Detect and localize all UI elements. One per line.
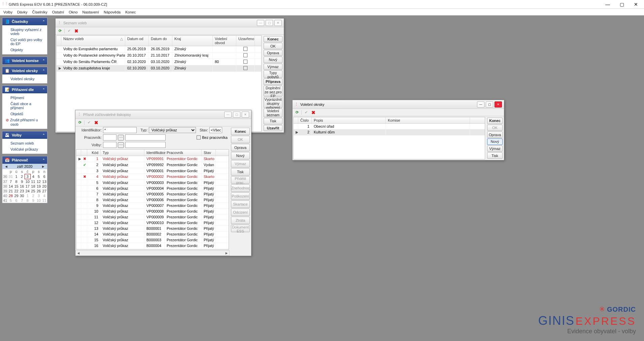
cal-day[interactable]: 23 [19,189,25,193]
button-typy-pobyt-[interactable]: Typy pobytů [264,70,282,78]
cal-day[interactable]: 27 [41,189,47,193]
table-row[interactable]: 11 Voličský průkaz VP000009 Prezentátor … [76,214,229,220]
cal-day[interactable]: 18 [30,184,36,189]
cal-day[interactable]: 9 [30,198,36,203]
button-znehodnoc-[interactable]: Znehodnoc. [231,184,250,192]
panel-header-prirazeni[interactable]: 📝 Přiřazení dle ⌃ [2,86,47,93]
button-konec[interactable]: Konec [264,36,282,42]
button-tisk[interactable]: Tisk [487,152,503,159]
link-seznam-voleb[interactable]: Seznam voleb [2,140,47,146]
menu-volby[interactable]: Volby [1,9,14,15]
toolbar-refresh-icon[interactable]: ⟳ [77,120,83,126]
button-ok[interactable]: OK [231,136,250,143]
cal-day[interactable]: 5 [8,198,14,203]
table-row[interactable]: 14 Voličský průkaz B000002 Prezentátor G… [76,231,229,237]
toolbar-delete-icon[interactable]: ✖ [93,120,99,126]
mdi-maximize[interactable]: ▢ [233,112,240,118]
button-skartace[interactable]: Skartace [231,200,250,208]
button-ok[interactable]: OK [264,43,282,49]
mdi-minimize[interactable]: — [257,20,264,26]
button-oprava[interactable]: Oprava [487,131,503,138]
cal-day[interactable]: 9 [19,179,25,184]
select-typ[interactable]: Voličský průkaz [149,127,196,133]
cal-day[interactable]: 29 [13,193,19,198]
link-cizi-volici[interactable]: Cizí voliči pro volby do EP [2,37,47,47]
button-po-kozen-[interactable]: Poškození [231,192,250,200]
mdi-close[interactable]: ✕ [242,112,249,118]
cal-day[interactable]: 7 [8,179,14,184]
button-p-prava[interactable]: Příprava [264,79,282,85]
menu-ciselniky[interactable]: Číselníky [30,9,49,15]
cal-day[interactable]: 6 [41,174,47,179]
checkbox-bez-pracovnika[interactable] [197,135,201,140]
cal-day[interactable]: 1 [13,174,19,179]
cal-day[interactable]: 28 [8,193,14,198]
mdi-close[interactable]: ✕ [274,20,282,26]
cal-day[interactable]: 19 [36,184,42,189]
input-pracovnik[interactable] [103,134,116,141]
table-row[interactable]: ✔ 2 Voličský průkaz VP099992 Prezentátor… [76,162,229,168]
toolbar-delete-icon[interactable]: ✖ [310,110,316,116]
table-row[interactable]: Volby do Evropského parlamentu 25.05.201… [57,46,261,53]
cal-day[interactable]: 21 [8,189,14,193]
link-objekty[interactable]: Objekty [2,47,47,53]
cal-day[interactable]: 11 [41,198,47,203]
window-close[interactable]: ✕ [629,1,643,8]
window-title-tiskopisy[interactable]: ⋮ Přísně zúčtovatelné tiskopisy — ▢ ✕ [75,110,251,119]
input-stav[interactable] [209,127,222,133]
table-row[interactable]: 17 Voličský průkaz B000005 Prezentátor G… [76,249,229,250]
table-row[interactable]: 15 Voličský průkaz B000003 Prezentátor G… [76,237,229,243]
cal-day[interactable]: 31 [8,174,14,179]
horizontal-scrollbar[interactable]: ◄ ► [75,250,230,256]
mdi-maximize[interactable]: ▢ [486,101,493,107]
cal-day[interactable]: 30 [19,193,25,198]
cal-day[interactable]: 6 [13,198,19,203]
cal-day[interactable]: 10 [36,198,42,203]
button-v-maz[interactable]: Výmaz [231,160,250,167]
button-tisk[interactable]: Tisk [231,168,250,176]
link-skupiny-vyrazeni[interactable]: Skupiny vyřazení z voleb [2,27,47,37]
button-konec[interactable]: Konec [231,128,250,135]
cal-day[interactable]: 3 [36,193,42,198]
window-title-okrsky[interactable]: ⋮ Volební okrsky — ▢ ✕ [293,100,504,109]
link-volebni-okrsky[interactable]: Volební okrsky [2,76,47,82]
cal-day[interactable]: 13 [41,179,47,184]
button-ztr-ta[interactable]: Ztráta [231,217,250,224]
toolbar-check-icon[interactable]: ✔ [86,120,92,126]
button-tisk[interactable]: Tisk [264,118,282,124]
panel-header-komise[interactable]: 👥 Volební komise ⌃ [2,57,47,64]
calendar-grid[interactable]: púsčpsn 36311234563778910111213381415161… [2,169,47,203]
toolbar-refresh-icon[interactable]: ⟳ [57,28,63,34]
cal-day[interactable]: 17 [25,184,31,189]
table-row[interactable]: 5 Voličský průkaz VP000003 Prezentátor G… [76,180,229,186]
cal-day[interactable]: 1 [25,193,31,198]
toolbar-refresh-icon[interactable]: ⟳ [294,110,300,116]
cal-day[interactable]: 14 [8,184,14,189]
cal-day[interactable]: 2 [30,193,36,198]
button-oprava[interactable]: Oprava [231,144,250,151]
cal-day[interactable]: 15 [13,184,19,189]
input-volby[interactable] [103,142,116,148]
link-objektu[interactable]: Objektů [2,111,47,117]
cal-day[interactable]: 25 [30,189,36,193]
table-row[interactable]: 1 Obecní úřad [294,124,485,129]
cal-day[interactable]: 10 [25,179,31,184]
table-row[interactable]: 8 Voličský průkaz VP000006 Prezentátor G… [76,197,229,203]
cal-day[interactable]: 7 [19,198,25,203]
button-nov-[interactable]: Nový [487,138,503,145]
table-row[interactable]: Volby do Senátu Parlamentu ČR 02.10.2020… [57,59,261,65]
table-row[interactable]: 16 Voličský průkaz B000004 Prezentátor G… [76,243,229,249]
button-dopln-n-ze-sez-pro-ep[interactable]: Doplnění ze sez.pro EP [264,86,282,96]
menu-nastaveni[interactable]: Nastavení [80,9,101,15]
cal-day[interactable]: 3 [25,174,31,179]
table-row[interactable]: ▶ ✖ 1 Voličský průkaz VP099991 Prezentát… [76,156,229,162]
table-row[interactable]: ▶ 2 Kulturní dům [294,129,485,135]
link-volicske-prukazy[interactable]: Voličské průkazy [2,146,47,152]
button-vypr-zdnit-skupiny-vy-azen-[interactable]: Vyprázdnitskupiny vyřazení [264,97,282,108]
toolbar-delete-icon[interactable]: ✖ [73,28,79,34]
window-title-seznam-voleb[interactable]: ⋮ Seznam voleb — ▢ ✕ [56,19,284,27]
button-volebn-seznam[interactable]: Volební seznam [264,108,282,118]
table-row[interactable]: 13 Voličský průkaz B000001 Prezentátor G… [76,226,229,231]
table-row[interactable]: 9 Voličský průkaz VP000007 Prezentátor G… [76,203,229,209]
menu-konec[interactable]: Konec [123,9,138,15]
